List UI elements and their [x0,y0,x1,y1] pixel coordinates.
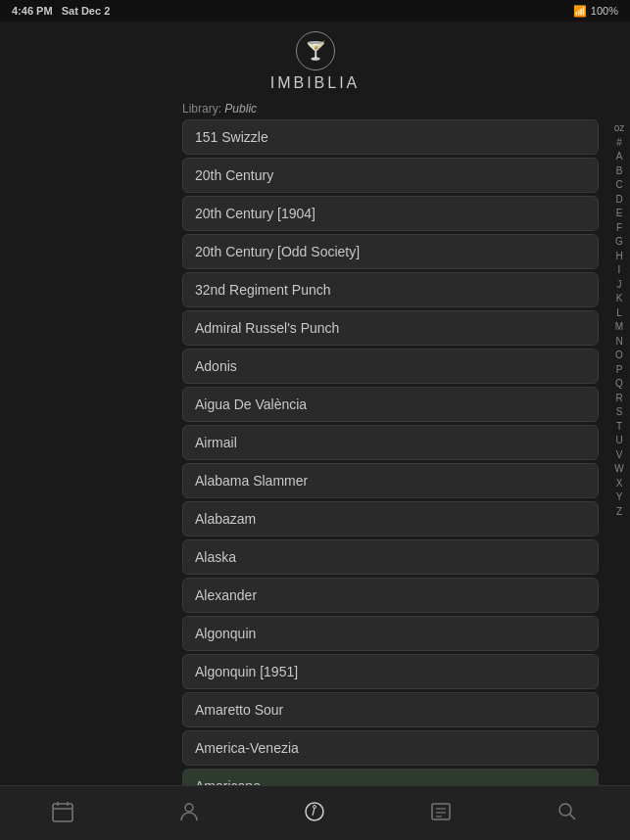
date-display: Sat Dec 2 [62,5,111,17]
alpha-index-item[interactable]: J [615,278,624,293]
status-right: 📶 100% [573,5,618,18]
tab-calendar[interactable] [0,786,126,840]
search-icon [555,799,580,828]
list-item[interactable]: 20th Century [1904] [182,196,599,231]
logo-icon: 🍸 [305,40,326,62]
svg-line-6 [313,808,315,816]
tab-drinks[interactable] [252,786,378,840]
alpha-index-item[interactable]: M [613,320,625,335]
list-item[interactable]: Alabazam [182,501,599,537]
tab-bar [0,785,630,840]
drink-list[interactable]: 151 Swizzle20th Century20th Century [190… [0,119,608,813]
wifi-icon: 📶 [573,5,587,18]
tab-list[interactable] [378,786,505,840]
tab-search[interactable] [504,786,630,840]
list-item[interactable]: 20th Century [Odd Society] [182,234,599,269]
alpha-index-item[interactable]: C [613,178,624,193]
content-wrapper: 151 Swizzle20th Century20th Century [190… [0,119,630,813]
list-item[interactable]: 32nd Regiment Punch [182,272,599,307]
list-item[interactable]: Alaska [182,539,599,575]
list-item[interactable]: 20th Century [182,158,599,193]
alpha-index-item[interactable]: N [613,335,624,350]
alpha-index-item[interactable]: K [614,292,625,306]
time-display: 4:46 PM [12,5,53,17]
svg-point-4 [185,804,193,812]
app-header: 🍸 IMBIBLIA [0,22,630,98]
list-item[interactable]: Algonquin [1951] [182,654,599,689]
list-item[interactable]: Admiral Russel's Punch [182,310,599,346]
list-item[interactable]: Algonquin [182,616,599,651]
alpha-index-item[interactable]: Q [613,377,625,392]
alpha-index-item[interactable]: D [613,193,624,208]
calendar-icon [50,799,75,828]
alpha-index-item[interactable]: I [616,263,623,278]
list-item[interactable]: America-Venezia [182,730,599,766]
list-icon [428,799,454,828]
alpha-index-item[interactable]: G [613,235,625,250]
alpha-index-item[interactable]: Y [614,490,625,505]
alpha-index-item[interactable]: L [614,306,624,321]
status-bar: 4:46 PM Sat Dec 2 📶 100% [0,0,630,22]
alpha-index-item[interactable]: S [614,405,625,420]
alpha-index-item[interactable]: V [614,448,625,463]
alpha-index-item[interactable]: oz [612,121,627,136]
profile-icon [176,799,202,828]
svg-point-7 [314,805,316,808]
logo-circle: 🍸 [296,31,335,70]
alpha-index-item[interactable]: X [614,477,625,491]
alpha-index-item[interactable]: W [612,462,625,477]
svg-point-12 [559,804,571,816]
alpha-index-item[interactable]: R [613,392,624,406]
app-title: IMBIBLIA [270,74,361,92]
drinks-icon [302,799,327,828]
library-label: Library: Public [0,98,630,119]
alpha-index-item[interactable]: Z [614,505,624,520]
alpha-index-item[interactable]: H [613,250,624,264]
alpha-index-item[interactable]: T [614,420,624,435]
alpha-index-item[interactable]: U [613,434,624,448]
alpha-index: oz#ABCDEFGHIJKLMNOPQRSTUVWXYZ [608,119,630,813]
svg-rect-0 [53,804,73,821]
library-text: Library: [182,102,221,116]
status-time: 4:46 PM Sat Dec 2 [12,5,110,17]
alpha-index-item[interactable]: P [614,363,625,378]
list-item[interactable]: Aigua De València [182,387,599,422]
alpha-index-item[interactable]: B [614,164,625,179]
alpha-index-item[interactable]: O [613,349,625,363]
library-value: Public [224,102,257,116]
battery-percentage: 100% [591,5,618,17]
list-item[interactable]: Adonis [182,349,599,384]
list-item[interactable]: Amaretto Sour [182,692,599,727]
list-item[interactable]: Alabama Slammer [182,463,599,498]
list-item[interactable]: Alexander [182,578,599,613]
svg-line-13 [569,814,575,819]
alpha-index-item[interactable]: E [614,207,625,221]
alpha-index-item[interactable]: F [614,221,624,236]
alpha-index-item[interactable]: # [614,136,624,151]
tab-profile[interactable] [126,786,253,840]
list-item[interactable]: 151 Swizzle [182,119,599,155]
list-item[interactable]: Airmail [182,425,599,460]
alpha-index-item[interactable]: A [614,150,625,164]
